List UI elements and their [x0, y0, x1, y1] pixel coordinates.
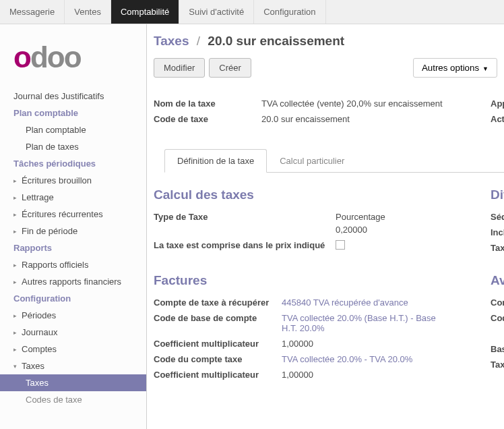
value-nom-taxe: TVA collectée (vente) 20,0% sur encaisse…	[261, 98, 443, 109]
nav-config[interactable]: Configuration	[254, 0, 325, 24]
sidebar-item-taxes-sub[interactable]: Taxes	[0, 374, 146, 391]
label-base-c: Base c	[491, 344, 504, 354]
main-content: Taxes / 20.0 sur encaissement Modifier C…	[147, 24, 504, 429]
caret-down-icon: ▼	[482, 65, 489, 72]
sidebar-section-rapports: Rapports	[0, 239, 146, 256]
label-pourcentage: Pourcentage	[336, 212, 385, 222]
sidebar: odoo Journal des Justificatifs Plan comp…	[0, 24, 147, 429]
value-pourcentage: 0,20000	[336, 225, 385, 235]
label-taxe-su: Taxe su	[491, 243, 504, 253]
label-compte-recup: Compte de taxe à récupérer	[154, 297, 282, 308]
tabs: Définition de la taxe Calcul particulier	[164, 148, 504, 173]
chevron-right-icon: ▸	[13, 211, 19, 218]
label-taxe-c: Taxe c	[491, 360, 504, 370]
label-actif: Actif	[491, 114, 504, 124]
sidebar-item-lettrage[interactable]: ▸Lettrage	[0, 189, 146, 206]
nav-activity[interactable]: Suivi d'activité	[179, 0, 254, 24]
chevron-right-icon: ▸	[13, 262, 19, 268]
chevron-right-icon: ▸	[13, 312, 19, 319]
chevron-right-icon: ▸	[13, 194, 19, 201]
sidebar-item-autres-rapports[interactable]: ▸Autres rapports financiers	[0, 273, 146, 290]
breadcrumb-root[interactable]: Taxes	[154, 34, 189, 48]
chevron-right-icon: ▸	[13, 329, 19, 336]
nav-sales[interactable]: Ventes	[65, 0, 111, 24]
label-applic: Applic	[491, 98, 504, 109]
toolbar: Modifier Créer Autres options▼	[147, 55, 504, 86]
sidebar-item-codes-taxe[interactable]: Codes de taxe	[0, 391, 146, 408]
sidebar-section-taches: Tâches périodiques	[0, 155, 146, 172]
label-type-taxe: Type de Taxe	[154, 212, 336, 235]
sidebar-section-plan: Plan comptable	[0, 105, 146, 121]
sidebar-item-journaux[interactable]: ▸Journaux	[0, 324, 146, 341]
label-nom-taxe: Nom de la taxe	[154, 98, 261, 109]
section-factures: Factures	[154, 273, 464, 288]
value-coef2: 1,00000	[282, 370, 313, 380]
sidebar-item-comptes[interactable]: ▸Comptes	[0, 341, 146, 358]
modifier-button[interactable]: Modifier	[154, 58, 205, 78]
nav-messaging[interactable]: Messagerie	[0, 0, 65, 24]
link-code-base[interactable]: TVA collectée 20.0% (Base H.T.) - Base H…	[282, 313, 450, 333]
label-code-taxe: Code de taxe	[154, 114, 261, 124]
link-code-compte[interactable]: TVA collectée 20.0% - TVA 20.0%	[282, 354, 412, 364]
label-code-base: Code de base de compte	[154, 313, 282, 333]
sidebar-item-plan-taxes[interactable]: Plan de taxes	[0, 138, 146, 155]
sidebar-item-taxes[interactable]: ▾Taxes	[0, 358, 146, 374]
section-calcul-taxes: Calcul des taxes	[154, 188, 464, 202]
sidebar-item-periodes[interactable]: ▸Périodes	[0, 307, 146, 324]
breadcrumb: Taxes / 20.0 sur encaissement	[147, 24, 504, 55]
label-compte-cut: Compte	[491, 297, 504, 308]
value-coef: 1,00000	[282, 339, 313, 349]
label-code-p: Code p	[491, 313, 504, 323]
options-button[interactable]: Autres options▼	[413, 58, 497, 78]
sidebar-item-rapports-officiels[interactable]: ▸Rapports officiels	[0, 256, 146, 273]
chevron-down-icon: ▾	[13, 363, 19, 370]
label-sequen: Séquen	[491, 212, 504, 222]
chevron-right-icon: ▸	[13, 228, 19, 235]
creer-button[interactable]: Créer	[209, 58, 251, 78]
sidebar-item-ecritures-brouillon[interactable]: ▸Écritures brouillon	[0, 172, 146, 189]
sidebar-section-config: Configuration	[0, 290, 146, 307]
top-nav: Messagerie Ventes Comptabilité Suivi d'a…	[0, 0, 504, 24]
checkbox-comprise[interactable]	[336, 240, 345, 250]
label-incluse: Incluse	[491, 227, 504, 237]
tab-calcul[interactable]: Calcul particulier	[267, 149, 357, 173]
chevron-right-icon: ▸	[13, 279, 19, 285]
label-code-compte: Code du compte taxe	[154, 354, 282, 364]
section-divers: Diver	[491, 188, 504, 202]
breadcrumb-current: 20.0 sur encaissement	[208, 34, 344, 48]
value-code-taxe: 20.0 sur encaissement	[261, 114, 350, 124]
link-compte-recup[interactable]: 445840 TVA récupérée d'avance	[282, 297, 408, 308]
chevron-right-icon: ▸	[13, 177, 19, 184]
sidebar-item-journal-justif[interactable]: Journal des Justificatifs	[0, 88, 146, 105]
tab-definition[interactable]: Définition de la taxe	[164, 149, 267, 173]
label-comprise-prix: La taxe est comprise dans le prix indiqu…	[154, 240, 336, 252]
chevron-right-icon: ▸	[13, 346, 19, 353]
nav-accounting[interactable]: Comptabilité	[111, 0, 179, 24]
logo: odoo	[0, 32, 146, 88]
label-coef2: Coefficient multiplicateur	[154, 370, 282, 380]
sidebar-item-fin-periode[interactable]: ▸Fin de période	[0, 223, 146, 239]
sidebar-item-plan-comptable[interactable]: Plan comptable	[0, 121, 146, 138]
section-avoirs: Avoi	[491, 273, 504, 288]
sidebar-item-ecritures-rec[interactable]: ▸Écritures récurrentes	[0, 206, 146, 223]
label-coef: Coefficient multiplicateur	[154, 339, 282, 349]
